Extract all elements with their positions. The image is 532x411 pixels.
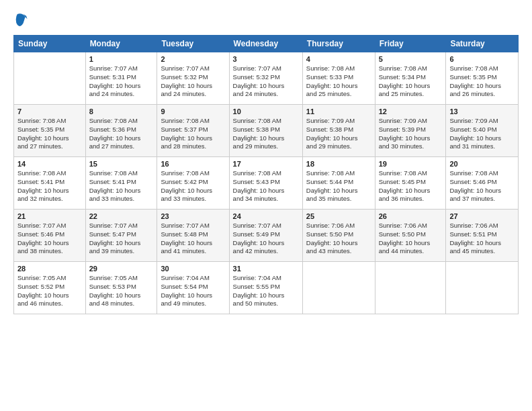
day-cell: 3Sunrise: 7:07 AMSunset: 5:32 PMDaylight… — [229, 52, 302, 105]
day-cell: 28Sunrise: 7:05 AMSunset: 5:52 PMDayligh… — [14, 262, 86, 314]
week-row-5: 28Sunrise: 7:05 AMSunset: 5:52 PMDayligh… — [14, 262, 519, 314]
col-header-monday: Monday — [85, 36, 157, 52]
day-cell: 15Sunrise: 7:08 AMSunset: 5:41 PMDayligh… — [85, 157, 157, 210]
day-info: Sunrise: 7:05 AMSunset: 5:52 PMDaylight:… — [17, 274, 82, 308]
day-number: 22 — [89, 212, 154, 220]
day-cell: 23Sunrise: 7:07 AMSunset: 5:48 PMDayligh… — [157, 210, 229, 262]
day-number: 9 — [161, 107, 225, 116]
day-number: 10 — [233, 107, 299, 116]
day-number: 18 — [306, 160, 371, 168]
header — [13, 12, 519, 27]
header-row: SundayMondayTuesdayWednesdayThursdayFrid… — [14, 36, 519, 52]
day-number: 28 — [17, 265, 82, 273]
col-header-thursday: Thursday — [302, 36, 375, 52]
day-info: Sunrise: 7:08 AMSunset: 5:41 PMDaylight:… — [89, 169, 154, 203]
day-number: 8 — [89, 107, 154, 116]
day-info: Sunrise: 7:08 AMSunset: 5:36 PMDaylight:… — [89, 117, 154, 151]
day-info: Sunrise: 7:08 AMSunset: 5:35 PMDaylight:… — [449, 64, 515, 99]
day-number: 24 — [233, 212, 299, 220]
day-info: Sunrise: 7:08 AMSunset: 5:35 PMDaylight:… — [17, 117, 82, 151]
day-cell: 5Sunrise: 7:08 AMSunset: 5:34 PMDaylight… — [375, 52, 446, 105]
day-info: Sunrise: 7:08 AMSunset: 5:38 PMDaylight:… — [233, 117, 299, 151]
day-info: Sunrise: 7:07 AMSunset: 5:46 PMDaylight:… — [17, 222, 82, 256]
day-cell: 18Sunrise: 7:08 AMSunset: 5:44 PMDayligh… — [302, 157, 375, 210]
day-cell — [446, 262, 519, 314]
day-cell: 11Sunrise: 7:09 AMSunset: 5:38 PMDayligh… — [302, 105, 375, 157]
day-number: 1 — [89, 55, 154, 63]
day-cell: 30Sunrise: 7:04 AMSunset: 5:54 PMDayligh… — [157, 262, 229, 314]
day-number: 15 — [89, 160, 154, 168]
day-cell: 13Sunrise: 7:09 AMSunset: 5:40 PMDayligh… — [446, 105, 519, 157]
day-info: Sunrise: 7:08 AMSunset: 5:34 PMDaylight:… — [379, 64, 443, 99]
day-cell: 19Sunrise: 7:08 AMSunset: 5:45 PMDayligh… — [375, 157, 446, 210]
col-header-wednesday: Wednesday — [229, 36, 302, 52]
day-cell — [14, 52, 86, 105]
day-info: Sunrise: 7:05 AMSunset: 5:53 PMDaylight:… — [89, 274, 154, 308]
day-info: Sunrise: 7:08 AMSunset: 5:45 PMDaylight:… — [379, 169, 443, 203]
day-info: Sunrise: 7:08 AMSunset: 5:43 PMDaylight:… — [233, 169, 299, 203]
day-cell — [302, 262, 375, 314]
day-info: Sunrise: 7:07 AMSunset: 5:49 PMDaylight:… — [233, 222, 299, 256]
day-number: 21 — [17, 212, 82, 220]
day-number: 29 — [89, 265, 154, 273]
day-number: 3 — [233, 55, 299, 63]
day-cell: 20Sunrise: 7:08 AMSunset: 5:46 PMDayligh… — [446, 157, 519, 210]
day-cell: 25Sunrise: 7:06 AMSunset: 5:50 PMDayligh… — [302, 210, 375, 262]
day-info: Sunrise: 7:08 AMSunset: 5:37 PMDaylight:… — [161, 117, 225, 151]
day-number: 17 — [233, 160, 299, 168]
day-info: Sunrise: 7:06 AMSunset: 5:50 PMDaylight:… — [306, 222, 371, 256]
logo-icon — [13, 12, 28, 27]
day-number: 6 — [449, 55, 515, 63]
day-info: Sunrise: 7:06 AMSunset: 5:50 PMDaylight:… — [379, 222, 443, 256]
day-cell: 29Sunrise: 7:05 AMSunset: 5:53 PMDayligh… — [85, 262, 157, 314]
day-cell: 26Sunrise: 7:06 AMSunset: 5:50 PMDayligh… — [375, 210, 446, 262]
day-info: Sunrise: 7:08 AMSunset: 5:33 PMDaylight:… — [306, 64, 371, 99]
day-number: 2 — [161, 55, 225, 63]
day-info: Sunrise: 7:04 AMSunset: 5:55 PMDaylight:… — [233, 274, 299, 308]
day-info: Sunrise: 7:06 AMSunset: 5:51 PMDaylight:… — [449, 222, 515, 256]
day-cell: 14Sunrise: 7:08 AMSunset: 5:41 PMDayligh… — [14, 157, 86, 210]
day-number: 12 — [379, 107, 443, 116]
day-number: 27 — [449, 212, 515, 220]
week-row-4: 21Sunrise: 7:07 AMSunset: 5:46 PMDayligh… — [14, 210, 519, 262]
day-info: Sunrise: 7:07 AMSunset: 5:32 PMDaylight:… — [161, 64, 225, 99]
logo — [13, 12, 31, 27]
day-cell: 4Sunrise: 7:08 AMSunset: 5:33 PMDaylight… — [302, 52, 375, 105]
col-header-tuesday: Tuesday — [157, 36, 229, 52]
calendar-table: SundayMondayTuesdayWednesdayThursdayFrid… — [13, 35, 519, 314]
day-cell: 8Sunrise: 7:08 AMSunset: 5:36 PMDaylight… — [85, 105, 157, 157]
day-cell: 7Sunrise: 7:08 AMSunset: 5:35 PMDaylight… — [14, 105, 86, 157]
day-number: 25 — [306, 212, 371, 220]
day-cell: 1Sunrise: 7:07 AMSunset: 5:31 PMDaylight… — [85, 52, 157, 105]
day-info: Sunrise: 7:09 AMSunset: 5:38 PMDaylight:… — [306, 117, 371, 151]
day-info: Sunrise: 7:09 AMSunset: 5:39 PMDaylight:… — [379, 117, 443, 151]
day-info: Sunrise: 7:08 AMSunset: 5:41 PMDaylight:… — [17, 169, 82, 203]
day-cell: 6Sunrise: 7:08 AMSunset: 5:35 PMDaylight… — [446, 52, 519, 105]
day-number: 16 — [161, 160, 225, 168]
day-cell: 17Sunrise: 7:08 AMSunset: 5:43 PMDayligh… — [229, 157, 302, 210]
day-cell: 31Sunrise: 7:04 AMSunset: 5:55 PMDayligh… — [229, 262, 302, 314]
day-info: Sunrise: 7:04 AMSunset: 5:54 PMDaylight:… — [161, 274, 225, 308]
col-header-sunday: Sunday — [14, 36, 86, 52]
day-info: Sunrise: 7:08 AMSunset: 5:44 PMDaylight:… — [306, 169, 371, 203]
day-cell: 16Sunrise: 7:08 AMSunset: 5:42 PMDayligh… — [157, 157, 229, 210]
day-info: Sunrise: 7:07 AMSunset: 5:48 PMDaylight:… — [161, 222, 225, 256]
day-number: 11 — [306, 107, 371, 116]
day-number: 7 — [17, 107, 82, 116]
day-info: Sunrise: 7:07 AMSunset: 5:32 PMDaylight:… — [233, 64, 299, 99]
day-number: 14 — [17, 160, 82, 168]
day-cell: 10Sunrise: 7:08 AMSunset: 5:38 PMDayligh… — [229, 105, 302, 157]
day-info: Sunrise: 7:08 AMSunset: 5:46 PMDaylight:… — [449, 169, 515, 203]
day-number: 13 — [449, 107, 515, 116]
day-cell: 22Sunrise: 7:07 AMSunset: 5:47 PMDayligh… — [85, 210, 157, 262]
page: SundayMondayTuesdayWednesdayThursdayFrid… — [0, 0, 532, 321]
col-header-friday: Friday — [375, 36, 446, 52]
day-number: 5 — [379, 55, 443, 63]
day-cell — [375, 262, 446, 314]
day-number: 26 — [379, 212, 443, 220]
week-row-2: 7Sunrise: 7:08 AMSunset: 5:35 PMDaylight… — [14, 105, 519, 157]
day-info: Sunrise: 7:07 AMSunset: 5:47 PMDaylight:… — [89, 222, 154, 256]
day-number: 19 — [379, 160, 443, 168]
day-cell: 27Sunrise: 7:06 AMSunset: 5:51 PMDayligh… — [446, 210, 519, 262]
week-row-3: 14Sunrise: 7:08 AMSunset: 5:41 PMDayligh… — [14, 157, 519, 210]
